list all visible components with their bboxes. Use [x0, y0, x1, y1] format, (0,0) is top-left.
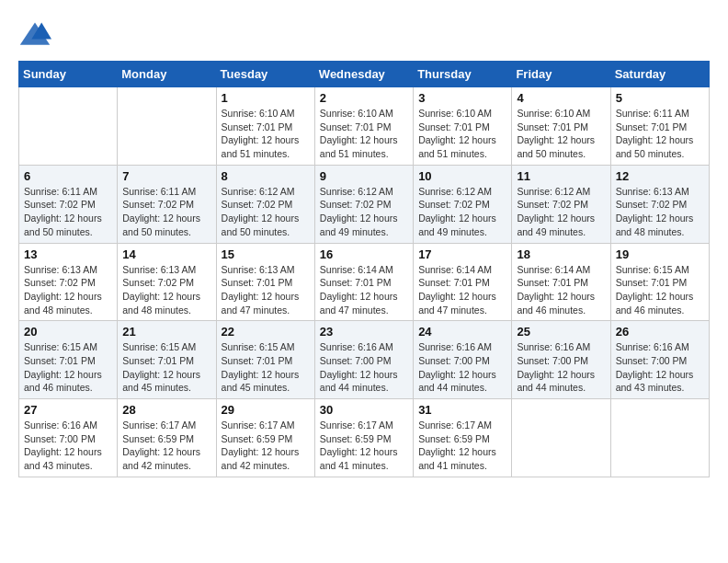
calendar-header-thursday: Thursday [414, 62, 512, 87]
day-number: 11 [517, 169, 605, 183]
day-info: Sunrise: 6:13 AM Sunset: 7:02 PM Dayligh… [122, 263, 210, 317]
day-number: 24 [418, 325, 506, 339]
day-number: 19 [616, 247, 704, 261]
calendar-cell: 26Sunrise: 6:16 AM Sunset: 7:00 PM Dayli… [610, 321, 709, 399]
day-number: 30 [320, 403, 408, 417]
day-info: Sunrise: 6:15 AM Sunset: 7:01 PM Dayligh… [616, 263, 704, 317]
day-info: Sunrise: 6:13 AM Sunset: 7:02 PM Dayligh… [616, 185, 704, 239]
calendar-table: SundayMondayTuesdayWednesdayThursdayFrid… [18, 61, 710, 477]
day-info: Sunrise: 6:12 AM Sunset: 7:02 PM Dayligh… [222, 185, 310, 239]
calendar-cell: 16Sunrise: 6:14 AM Sunset: 7:01 PM Dayli… [314, 243, 413, 321]
day-number: 7 [122, 169, 210, 183]
calendar-week-row: 13Sunrise: 6:13 AM Sunset: 7:02 PM Dayli… [19, 243, 710, 321]
day-number: 31 [418, 403, 506, 417]
day-number: 10 [418, 169, 506, 183]
calendar-cell: 15Sunrise: 6:13 AM Sunset: 7:01 PM Dayli… [216, 243, 314, 321]
calendar-cell: 23Sunrise: 6:16 AM Sunset: 7:00 PM Dayli… [314, 321, 413, 399]
calendar-cell [19, 87, 118, 166]
day-info: Sunrise: 6:12 AM Sunset: 7:02 PM Dayligh… [517, 185, 605, 239]
day-number: 13 [24, 247, 112, 261]
day-info: Sunrise: 6:14 AM Sunset: 7:01 PM Dayligh… [517, 263, 605, 317]
calendar-cell [610, 399, 709, 477]
day-number: 28 [122, 403, 210, 417]
calendar-cell: 9Sunrise: 6:12 AM Sunset: 7:02 PM Daylig… [314, 165, 413, 243]
day-info: Sunrise: 6:10 AM Sunset: 7:01 PM Dayligh… [418, 107, 506, 161]
day-number: 14 [122, 247, 210, 261]
day-info: Sunrise: 6:17 AM Sunset: 6:59 PM Dayligh… [222, 419, 310, 473]
calendar-header-monday: Monday [118, 62, 216, 87]
calendar-header-friday: Friday [512, 62, 610, 87]
calendar-header-wednesday: Wednesday [314, 62, 413, 87]
calendar-cell: 18Sunrise: 6:14 AM Sunset: 7:01 PM Dayli… [512, 243, 610, 321]
calendar-cell: 17Sunrise: 6:14 AM Sunset: 7:01 PM Dayli… [414, 243, 512, 321]
calendar-cell: 28Sunrise: 6:17 AM Sunset: 6:59 PM Dayli… [118, 399, 216, 477]
day-number: 21 [122, 325, 210, 339]
calendar-cell: 19Sunrise: 6:15 AM Sunset: 7:01 PM Dayli… [610, 243, 709, 321]
calendar-header-saturday: Saturday [610, 62, 709, 87]
day-number: 29 [222, 403, 310, 417]
day-info: Sunrise: 6:16 AM Sunset: 7:00 PM Dayligh… [517, 340, 605, 395]
calendar-cell: 24Sunrise: 6:16 AM Sunset: 7:00 PM Dayli… [414, 321, 512, 399]
calendar-cell: 30Sunrise: 6:17 AM Sunset: 6:59 PM Dayli… [314, 399, 413, 477]
calendar-cell: 11Sunrise: 6:12 AM Sunset: 7:02 PM Dayli… [512, 165, 610, 243]
calendar-cell: 29Sunrise: 6:17 AM Sunset: 6:59 PM Dayli… [216, 399, 314, 477]
calendar-cell: 6Sunrise: 6:11 AM Sunset: 7:02 PM Daylig… [19, 165, 118, 243]
calendar-cell: 31Sunrise: 6:17 AM Sunset: 6:59 PM Dayli… [414, 399, 512, 477]
day-info: Sunrise: 6:17 AM Sunset: 6:59 PM Dayligh… [320, 419, 408, 473]
day-info: Sunrise: 6:14 AM Sunset: 7:01 PM Dayligh… [418, 263, 506, 317]
calendar-cell: 27Sunrise: 6:16 AM Sunset: 7:00 PM Dayli… [19, 399, 118, 477]
calendar-cell: 5Sunrise: 6:11 AM Sunset: 7:01 PM Daylig… [610, 87, 709, 166]
day-info: Sunrise: 6:16 AM Sunset: 7:00 PM Dayligh… [320, 340, 408, 395]
day-info: Sunrise: 6:13 AM Sunset: 7:01 PM Dayligh… [222, 263, 310, 317]
calendar-cell: 7Sunrise: 6:11 AM Sunset: 7:02 PM Daylig… [118, 165, 216, 243]
day-number: 1 [222, 91, 310, 105]
day-info: Sunrise: 6:10 AM Sunset: 7:01 PM Dayligh… [222, 107, 310, 161]
day-info: Sunrise: 6:15 AM Sunset: 7:01 PM Dayligh… [122, 340, 210, 395]
day-number: 3 [418, 91, 506, 105]
calendar-header-row: SundayMondayTuesdayWednesdayThursdayFrid… [19, 62, 710, 87]
calendar-week-row: 1Sunrise: 6:10 AM Sunset: 7:01 PM Daylig… [19, 87, 710, 166]
calendar-week-row: 20Sunrise: 6:15 AM Sunset: 7:01 PM Dayli… [19, 321, 710, 399]
day-number: 17 [418, 247, 506, 261]
calendar-cell: 12Sunrise: 6:13 AM Sunset: 7:02 PM Dayli… [610, 165, 709, 243]
logo-icon [18, 18, 51, 52]
day-info: Sunrise: 6:11 AM Sunset: 7:01 PM Dayligh… [616, 107, 704, 161]
calendar-cell [118, 87, 216, 166]
calendar-header-tuesday: Tuesday [216, 62, 314, 87]
calendar-cell: 2Sunrise: 6:10 AM Sunset: 7:01 PM Daylig… [314, 87, 413, 166]
day-info: Sunrise: 6:16 AM Sunset: 7:00 PM Dayligh… [418, 340, 506, 395]
logo [18, 18, 55, 52]
day-info: Sunrise: 6:15 AM Sunset: 7:01 PM Dayligh… [24, 340, 112, 395]
day-number: 4 [517, 91, 605, 105]
calendar-cell: 8Sunrise: 6:12 AM Sunset: 7:02 PM Daylig… [216, 165, 314, 243]
calendar-cell [512, 399, 610, 477]
day-number: 5 [616, 91, 704, 105]
day-number: 23 [320, 325, 408, 339]
day-number: 16 [320, 247, 408, 261]
day-number: 15 [222, 247, 310, 261]
day-info: Sunrise: 6:12 AM Sunset: 7:02 PM Dayligh… [320, 185, 408, 239]
day-info: Sunrise: 6:17 AM Sunset: 6:59 PM Dayligh… [122, 419, 210, 473]
day-info: Sunrise: 6:11 AM Sunset: 7:02 PM Dayligh… [24, 185, 112, 239]
day-number: 27 [24, 403, 112, 417]
day-info: Sunrise: 6:15 AM Sunset: 7:01 PM Dayligh… [222, 340, 310, 395]
day-number: 8 [222, 169, 310, 183]
calendar-week-row: 6Sunrise: 6:11 AM Sunset: 7:02 PM Daylig… [19, 165, 710, 243]
day-number: 22 [222, 325, 310, 339]
day-number: 18 [517, 247, 605, 261]
calendar-cell: 20Sunrise: 6:15 AM Sunset: 7:01 PM Dayli… [19, 321, 118, 399]
calendar-header-sunday: Sunday [19, 62, 118, 87]
day-number: 12 [616, 169, 704, 183]
day-info: Sunrise: 6:17 AM Sunset: 6:59 PM Dayligh… [418, 419, 506, 473]
calendar-cell: 22Sunrise: 6:15 AM Sunset: 7:01 PM Dayli… [216, 321, 314, 399]
day-info: Sunrise: 6:13 AM Sunset: 7:02 PM Dayligh… [24, 263, 112, 317]
calendar-cell: 14Sunrise: 6:13 AM Sunset: 7:02 PM Dayli… [118, 243, 216, 321]
page-header [18, 18, 710, 52]
day-number: 26 [616, 325, 704, 339]
day-number: 25 [517, 325, 605, 339]
day-info: Sunrise: 6:12 AM Sunset: 7:02 PM Dayligh… [418, 185, 506, 239]
day-number: 20 [24, 325, 112, 339]
calendar-cell: 21Sunrise: 6:15 AM Sunset: 7:01 PM Dayli… [118, 321, 216, 399]
day-info: Sunrise: 6:14 AM Sunset: 7:01 PM Dayligh… [320, 263, 408, 317]
calendar-cell: 1Sunrise: 6:10 AM Sunset: 7:01 PM Daylig… [216, 87, 314, 166]
